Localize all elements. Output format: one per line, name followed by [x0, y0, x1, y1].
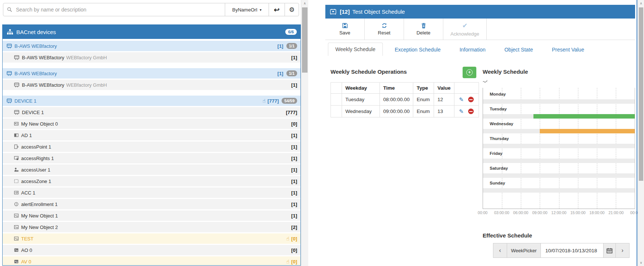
settings-button[interactable]: ⚙ — [285, 3, 299, 16]
device-icon — [14, 55, 19, 60]
day-track — [483, 159, 635, 163]
tab-weekly-schedule[interactable]: Weekly Schedule — [328, 43, 383, 56]
tree-row-my-new-object-2[interactable]: My New Object 2 [2] — [3, 222, 300, 232]
scroll-up-icon[interactable]: ∧ — [638, 0, 644, 7]
tree-row-b-aws-webfactory-child-1[interactable]: B-AWS WEBfactory WEBfactory GmbH [1] — [3, 52, 300, 63]
actions-column-header — [454, 83, 479, 94]
tree-row-acc-1[interactable]: ACC 1 [1] — [3, 187, 300, 198]
week-range-input[interactable] — [541, 243, 603, 257]
previous-week-button[interactable]: ‹ — [493, 243, 507, 258]
tree-row-alertenrollment-1[interactable]: alertEnrollment 1 [1] — [3, 199, 300, 209]
delete-button[interactable]: Delete — [404, 19, 443, 40]
access-point-icon — [14, 144, 19, 149]
tree-header-label: BACnet devices — [16, 29, 56, 35]
trend-icon — [14, 225, 19, 229]
tree-row-device-1[interactable]: DEVICE 1 [777] — [3, 107, 300, 117]
device-icon — [14, 83, 19, 87]
color-column-header — [331, 83, 342, 94]
device-icon — [7, 44, 12, 49]
table-row-tuesday: Tuesday 08:00:00.00 Enum 12 ✎ — [331, 94, 479, 106]
edit-icon[interactable]: ✎ — [459, 108, 464, 115]
tree-row-device-1-header[interactable]: DEVICE 1 ☝ [777] 54/59 — [3, 96, 300, 106]
tree-row-accesszone-1[interactable]: accessZone 1 [1] — [3, 176, 300, 186]
search-input[interactable] — [16, 3, 225, 16]
tab-information[interactable]: Information — [453, 43, 493, 56]
search-filter-value: ByNameOrI — [232, 7, 257, 13]
chart-row-monday: Monday — [483, 90, 635, 105]
remove-icon[interactable] — [468, 97, 474, 102]
schedule-title-bar: [12] Test Object Schedule — [325, 5, 635, 19]
analog-output-icon — [14, 248, 19, 252]
tree-row-accesspoint-1[interactable]: accessPoint 1 [1] — [3, 142, 300, 152]
axis-tick: 06:00:00 — [513, 210, 528, 215]
scroll-down-icon[interactable]: ∨ — [638, 259, 644, 266]
device-icon — [14, 110, 19, 115]
tree-row-b-aws-webfactory-child-2[interactable]: B-AWS WEBfactory WEBfactory GmbH [1] — [3, 80, 300, 90]
operations-heading: Weekly Schedule Operations — [331, 69, 407, 75]
tree-row-my-new-object-0[interactable]: My New Object 0 [0] — [3, 119, 300, 129]
scroll-up-icon[interactable]: ∧ — [301, 0, 308, 7]
object-count: [0] — [291, 247, 297, 253]
schedule-detail-panel: [12] Test Object Schedule Save Reset Del… — [325, 0, 635, 266]
axis-tick: 09:00:00 — [532, 210, 548, 215]
tree-row-accessuser-1[interactable]: accessUser 1 [1] — [3, 164, 300, 175]
tab-exception-schedule[interactable]: Exception Schedule — [388, 43, 448, 56]
scrollbar-thumb[interactable] — [639, 7, 643, 181]
tree-row-label: B-AWS WEBfactory — [14, 43, 57, 49]
object-count: [2] — [291, 225, 297, 230]
undo-button[interactable]: ↩ — [269, 3, 285, 16]
calendar-button[interactable] — [603, 243, 616, 258]
next-week-button[interactable]: › — [615, 243, 630, 258]
reset-button[interactable]: Reset — [365, 19, 404, 40]
table-header-row: Weekday Time Type Value — [331, 83, 479, 94]
tree-row-label: My New Object 1 — [21, 213, 58, 219]
tree-row-av-0[interactable]: AV 0 ☝ [0] — [3, 256, 300, 266]
tab-object-state[interactable]: Object State — [497, 43, 540, 56]
search-icon — [3, 3, 16, 16]
tree-row-label: B-AWS WEBfactory — [14, 71, 57, 76]
object-count: [0] — [291, 236, 297, 242]
axis-tick: 00:00 — [478, 210, 487, 215]
day-label: Monday — [490, 92, 506, 96]
tree-header-bacnet-devices[interactable]: BACnet devices 6/6 — [3, 25, 300, 39]
calendar-icon — [607, 248, 612, 253]
tree-row-label: AV 0 — [21, 259, 31, 265]
scrollbar-thumb[interactable] — [302, 7, 308, 73]
trend-icon — [14, 213, 19, 218]
tree-row-accessrights-1[interactable]: accessRights 1 [1] — [3, 153, 300, 163]
hand-pointer-icon: ☝ — [263, 98, 266, 104]
hand-pointer-icon: ☝ — [286, 236, 290, 242]
chevron-left-icon: ‹ — [499, 247, 501, 254]
save-button[interactable]: Save — [325, 19, 365, 40]
object-count: [1] — [291, 133, 297, 138]
chart-row-wednesday: Wednesday — [483, 120, 635, 134]
tree-row-my-new-object-1[interactable]: My New Object 1 [1] — [3, 210, 300, 221]
schedule-object-icon — [330, 9, 336, 15]
left-panel-scrollbar[interactable]: ∧ — [301, 0, 308, 266]
search-filter-dropdown[interactable]: ByNameOrI ▾ — [225, 3, 269, 16]
operations-table: Weekday Time Type Value Tuesday 08:00:00… — [331, 82, 479, 117]
edit-icon[interactable]: ✎ — [459, 96, 464, 103]
tree-row-b-aws-webfactory-2[interactable]: B-AWS WEBfactory [1] 1/1 — [3, 68, 300, 79]
tree-rows: B-AWS WEBfactory [1] 1/1 B-AWS WEBfactor… — [3, 39, 300, 266]
acknowledge-button[interactable]: ✔ Acknowledge — [443, 19, 487, 40]
add-operation-button[interactable]: + — [463, 67, 476, 78]
chart-title: Weekly Schedule — [483, 69, 528, 75]
object-count: [777] — [286, 110, 297, 115]
chevron-down-icon: ▾ — [260, 8, 262, 12]
tree-row-label: My New Object 2 — [21, 225, 58, 230]
tree-row-b-aws-webfactory-1[interactable]: B-AWS WEBfactory [1] 1/1 — [3, 41, 300, 51]
object-count: [1] — [291, 55, 297, 60]
day-track — [483, 188, 635, 193]
tree-row-ao-0[interactable]: AO 0 [0] — [3, 245, 300, 255]
tab-present-value[interactable]: Present Value — [545, 43, 591, 56]
tree-row-test[interactable]: TEST ☝ [0] — [3, 233, 300, 244]
cell-time: 09:00:00.00 — [380, 106, 413, 117]
object-count: [1] — [291, 156, 297, 161]
day-label: Sunday — [490, 181, 505, 185]
remove-icon[interactable] — [468, 109, 474, 114]
day-track — [483, 129, 635, 133]
day-label: Wednesday — [490, 122, 513, 126]
window-scrollbar[interactable]: ∧ ∨ — [638, 0, 644, 266]
tree-row-ad-1[interactable]: AD 1 [1] — [3, 130, 300, 140]
